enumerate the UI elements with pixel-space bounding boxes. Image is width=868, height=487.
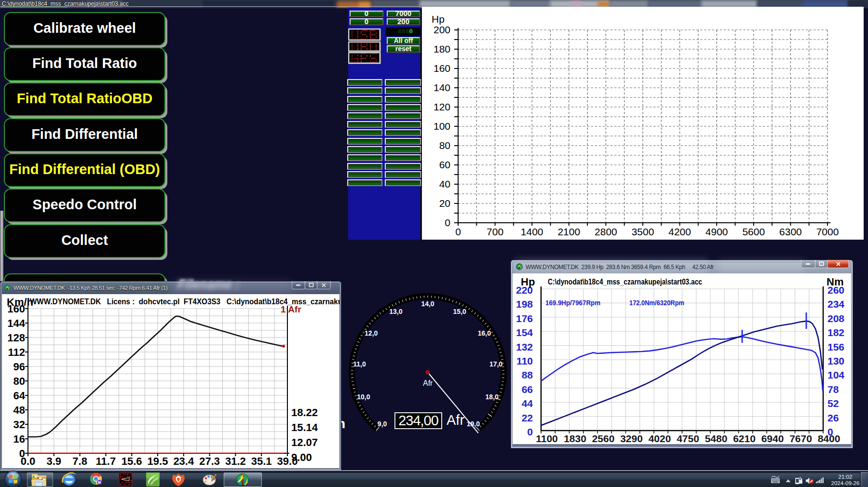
svg-text:2800: 2800	[595, 226, 617, 237]
svg-text:Km/h: Km/h	[7, 296, 33, 308]
svg-text:182: 182	[827, 327, 844, 338]
svg-text:Afr: Afr	[423, 379, 433, 387]
svg-text:C:\dynodat\b18c4_mss_czarnakup: C:\dynodat\b18c4_mss_czarnakupeja\start0…	[548, 277, 702, 286]
svg-text:26: 26	[827, 412, 839, 423]
svg-text:2560: 2560	[592, 433, 615, 444]
svg-text:132: 132	[516, 341, 533, 352]
svg-text:23.4: 23.4	[173, 455, 194, 466]
svg-text:9.00: 9.00	[291, 451, 312, 463]
svg-text:80: 80	[439, 140, 450, 151]
svg-text:180: 180	[434, 43, 450, 54]
svg-text:12.07: 12.07	[291, 436, 318, 448]
svg-text:0: 0	[445, 217, 450, 228]
svg-text:64: 64	[14, 390, 26, 402]
svg-text:32: 32	[14, 419, 25, 431]
svg-text:31.2: 31.2	[225, 455, 246, 466]
svg-text:27.3: 27.3	[199, 455, 220, 466]
svg-text:110: 110	[516, 355, 533, 366]
svg-text:120: 120	[434, 101, 450, 112]
svg-text:78: 78	[827, 384, 839, 395]
svg-text:16: 16	[14, 433, 25, 445]
svg-text:35.1: 35.1	[251, 455, 272, 466]
svg-text:96: 96	[14, 361, 25, 373]
svg-text:128: 128	[7, 332, 25, 344]
svg-text:20: 20	[439, 198, 450, 209]
svg-text:Hp: Hp	[432, 14, 445, 25]
svg-text:15.14: 15.14	[291, 421, 318, 433]
svg-text:160: 160	[434, 63, 450, 74]
svg-text:4020: 4020	[649, 433, 671, 444]
svg-text:10,0: 10,0	[357, 393, 370, 401]
svg-text:1 Afr: 1 Afr	[281, 304, 301, 314]
svg-text:6940: 6940	[761, 433, 784, 444]
svg-text:144: 144	[7, 317, 25, 329]
svg-text:156: 156	[827, 341, 844, 352]
svg-text:80: 80	[14, 375, 25, 387]
svg-text:0: 0	[527, 426, 533, 437]
svg-text:6300: 6300	[779, 226, 802, 237]
svg-text:172.0Nm/6320Rpm: 172.0Nm/6320Rpm	[629, 299, 684, 307]
svg-text:3.9: 3.9	[47, 455, 62, 466]
svg-text:9,0: 9,0	[378, 420, 387, 428]
svg-text:12,0: 12,0	[365, 329, 378, 337]
svg-text:0.0: 0.0	[21, 455, 36, 466]
svg-text:88: 88	[522, 369, 533, 380]
svg-text:4200: 4200	[668, 226, 691, 237]
svg-text:198: 198	[516, 298, 533, 310]
svg-text:Nm: Nm	[827, 276, 843, 288]
svg-text:40: 40	[439, 178, 450, 189]
svg-text:14,0: 14,0	[421, 300, 434, 308]
svg-text:19.5: 19.5	[148, 455, 168, 466]
svg-text:4750: 4750	[677, 433, 699, 444]
svg-text:18,0: 18,0	[486, 393, 499, 401]
svg-text:60: 60	[439, 159, 450, 170]
svg-text:140: 140	[434, 82, 450, 93]
svg-text:M: M	[98, 481, 101, 484]
svg-text:18.22: 18.22	[291, 406, 318, 419]
svg-text:4900: 4900	[705, 226, 728, 237]
svg-text:13,0: 13,0	[389, 308, 402, 315]
svg-text:700: 700	[487, 226, 503, 237]
svg-text:48: 48	[14, 404, 25, 416]
svg-text:176: 176	[516, 313, 533, 324]
svg-text:2100: 2100	[557, 226, 580, 237]
svg-text:22: 22	[522, 412, 533, 423]
svg-text:44: 44	[522, 398, 533, 409]
svg-text:0: 0	[455, 226, 461, 237]
svg-text:66: 66	[522, 384, 533, 395]
svg-text:130: 130	[827, 355, 844, 366]
svg-text:7.8: 7.8	[72, 455, 87, 466]
svg-text:5600: 5600	[742, 226, 765, 237]
svg-text:7670: 7670	[789, 433, 812, 444]
svg-text:15.6: 15.6	[122, 455, 142, 466]
svg-text:200: 200	[434, 24, 450, 35]
svg-text:11.7: 11.7	[96, 455, 116, 466]
svg-text:1400: 1400	[521, 226, 543, 237]
svg-text:3500: 3500	[632, 226, 654, 237]
svg-text:5480: 5480	[705, 433, 728, 444]
svg-text:169.9Hp/7967Rpm: 169.9Hp/7967Rpm	[545, 299, 600, 307]
svg-text:234: 234	[827, 298, 844, 310]
svg-text:208: 208	[827, 313, 844, 324]
svg-text:15,0: 15,0	[453, 308, 466, 315]
svg-text:3290: 3290	[620, 433, 643, 444]
svg-text:1830: 1830	[564, 433, 586, 444]
svg-text:16,0: 16,0	[478, 329, 491, 337]
svg-text:100: 100	[434, 121, 450, 132]
svg-text:17,0: 17,0	[489, 360, 502, 368]
svg-text:1100: 1100	[536, 433, 558, 444]
svg-text:104: 104	[827, 369, 844, 380]
svg-text:154: 154	[516, 327, 533, 338]
svg-text:11,0: 11,0	[353, 360, 366, 368]
svg-text:6210: 6210	[733, 433, 756, 444]
svg-text:8400: 8400	[818, 433, 841, 444]
svg-text:Hp: Hp	[521, 276, 535, 288]
svg-text:52: 52	[827, 398, 839, 409]
svg-text:112: 112	[8, 346, 26, 358]
svg-text:7000: 7000	[816, 226, 839, 237]
